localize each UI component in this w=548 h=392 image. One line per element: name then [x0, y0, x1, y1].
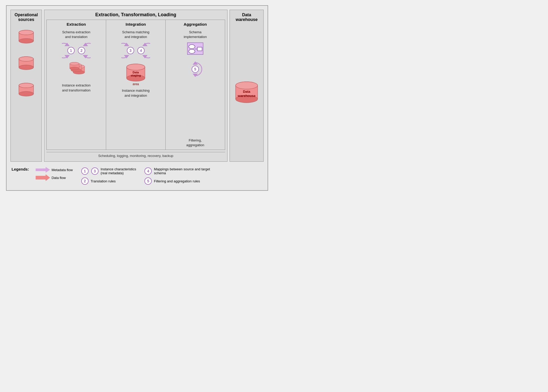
svg-marker-77: [36, 167, 50, 173]
schema-impl-icon: [167, 41, 223, 56]
subcol-extraction-title: Extraction: [48, 22, 104, 26]
svg-text:3: 3: [129, 48, 132, 53]
db-source-2: [17, 56, 35, 70]
svg-text:4: 4: [140, 48, 142, 53]
refresh-area-1: 1 2: [48, 41, 104, 60]
legend-circles-13-label: Instance characteristics(real metadata): [101, 167, 136, 175]
col-etl: Extraction, Transformation, Loading Extr…: [44, 10, 227, 162]
svg-text:1: 1: [70, 48, 72, 53]
legend-metadata-label: Metadata flow: [52, 168, 73, 172]
svg-point-11: [19, 57, 34, 61]
schema-integration-text: Schema matchingand integration: [108, 30, 164, 39]
etl-title: Extraction, Transformation, Loading: [46, 12, 225, 18]
refresh-area-3: 5: [167, 60, 223, 78]
svg-point-17: [19, 83, 34, 88]
legend-circle-4-icon: 4: [144, 167, 152, 175]
legend-metadata-flow: Metadata flow: [36, 167, 73, 173]
dw-title: Data warehouse: [231, 13, 262, 22]
staging-label: area: [108, 82, 164, 86]
legends-title: Legends:: [12, 167, 29, 171]
svg-point-57: [127, 64, 145, 70]
subcol-integration: Integration Schema matchingand integrati…: [106, 20, 166, 150]
schema-extraction-text: Schema extractionand translation: [48, 30, 104, 39]
subcol-extraction: Extraction Schema extractionand translat…: [47, 20, 106, 150]
data-staging-area: Data staging: [108, 62, 164, 83]
db-intermediate: [48, 62, 104, 80]
refresh-area-2: 3 4: [108, 41, 164, 60]
svg-point-62: [189, 49, 195, 53]
svg-point-42: [70, 67, 79, 70]
svg-text:Data: Data: [133, 71, 139, 74]
legend-circle-3: 3: [91, 167, 99, 175]
svg-point-10: [19, 65, 34, 70]
legend-circle-1: 1: [81, 167, 89, 175]
svg-marker-78: [36, 174, 50, 181]
subcol-integration-title: Integration: [108, 22, 164, 26]
instance-integration-text: Instance matchingand integration: [108, 88, 164, 98]
etl-inner: Extraction Schema extractionand translat…: [46, 20, 225, 150]
db-source-1: [17, 29, 35, 44]
legend-data-flow: Data flow: [36, 174, 73, 181]
svg-text:5: 5: [194, 67, 196, 71]
svg-point-4: [19, 39, 34, 43]
legend-circle-5-icon: 5: [144, 177, 152, 185]
schema-aggregation-text: Schemaimplementation: [167, 30, 223, 39]
diagram-container: Operationalsources: [6, 5, 268, 191]
svg-point-43: [70, 62, 79, 65]
legend-circle-4: 4 Mappings between source and targetsche…: [144, 167, 210, 175]
legend-circle-2: 2 Translation rules: [81, 177, 136, 185]
instance-aggregation-text: Filtering,aggregation: [167, 138, 223, 148]
legends: Legends: Metadata flow Data flow 1 3: [10, 165, 264, 186]
legend-circle-5: 5 Filtering and aggregation rules: [144, 177, 210, 185]
svg-text:staging: staging: [131, 74, 141, 77]
svg-point-61: [189, 45, 195, 49]
svg-text:2: 2: [80, 48, 83, 53]
legend-circle-2-icon: 2: [81, 177, 89, 185]
svg-point-5: [19, 30, 34, 35]
subcol-aggregation: Aggregation Schemaimplementation: [166, 20, 225, 150]
subcol-aggregation-title: Aggregation: [167, 22, 223, 26]
legend-circle-4-label: Mappings between source and targetschema: [154, 167, 210, 175]
svg-point-16: [19, 91, 34, 96]
db-source-3: [17, 82, 35, 97]
legend-data-label: Data flow: [52, 176, 66, 180]
dw-cylinder-area: Data warehouse: [234, 25, 260, 159]
sources-title: Operationalsources: [15, 13, 38, 22]
legend-circle-2-label: Translation rules: [91, 179, 116, 183]
col-sources: Operationalsources: [10, 10, 42, 162]
legend-circles-13: 1 3 Instance characteristics(real metada…: [81, 167, 136, 175]
instance-extraction-text: Instance extractionand transformation: [48, 83, 104, 92]
scheduling-bar: Scheduling, logging, monitoring, recover…: [46, 152, 225, 159]
svg-text:Data: Data: [243, 90, 251, 94]
svg-rect-64: [197, 47, 202, 51]
svg-point-74: [236, 82, 258, 89]
svg-text:warehouse: warehouse: [237, 94, 256, 98]
main-row: Operationalsources: [10, 10, 264, 162]
col-dw: Data warehouse Data warehouse: [230, 10, 264, 162]
legend-circle-5-label: Filtering and aggregation rules: [154, 179, 200, 183]
